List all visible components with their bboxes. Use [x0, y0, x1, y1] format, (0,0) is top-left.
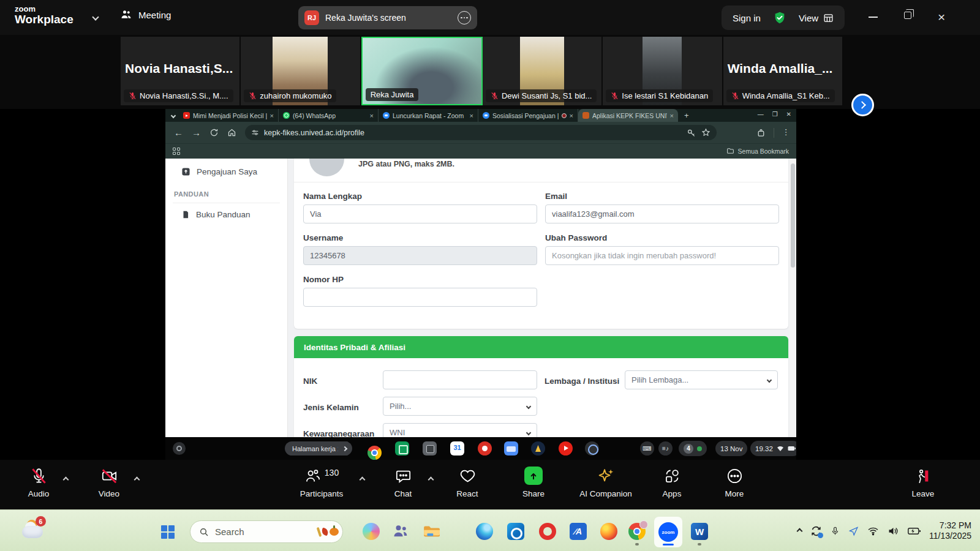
tab-close-icon[interactable]: × [570, 112, 573, 119]
ai-companion-button[interactable]: AI Companion [569, 467, 643, 498]
chrome-taskbar-icon[interactable] [628, 523, 646, 540]
brand-chevron-down-icon[interactable] [92, 13, 99, 20]
new-tab-button[interactable]: + [684, 111, 689, 120]
react-button[interactable]: React [444, 467, 491, 498]
ministry-app-icon[interactable] [531, 441, 545, 455]
word-icon[interactable]: W [691, 523, 708, 540]
close-icon[interactable]: ✕ [786, 111, 791, 118]
scrollbar-thumb[interactable] [791, 163, 795, 268]
nik-input[interactable] [383, 370, 537, 389]
audio-options-chevron-icon[interactable] [64, 473, 68, 484]
leave-button[interactable]: Leave [900, 467, 946, 498]
browser-tab-kepk-active[interactable]: Aplikasi KEPK FIKES UNIVE × [578, 109, 678, 122]
chat-button[interactable]: Chat [380, 467, 426, 498]
sign-in-button[interactable]: Sign in [733, 13, 761, 23]
restore-icon[interactable]: ❐ [772, 111, 778, 118]
shelf-date[interactable]: 13 Nov [715, 441, 747, 456]
firefox-icon[interactable] [600, 523, 617, 540]
bookmark-star-icon[interactable] [701, 128, 710, 137]
teams-icon[interactable] [392, 523, 409, 540]
email-input[interactable] [545, 204, 779, 223]
participant-tile-dewi[interactable]: Dewi Susanti Js, S1 bid... [483, 37, 603, 105]
tab-close-icon[interactable]: × [270, 112, 274, 119]
username-input[interactable] [303, 246, 537, 265]
minimize-icon[interactable]: — [758, 111, 764, 118]
copilot-icon[interactable] [363, 523, 380, 540]
nomor-hp-input[interactable] [303, 288, 537, 307]
notification-counter[interactable]: 4 [679, 441, 707, 456]
extensions-icon[interactable] [756, 127, 766, 138]
settings-gear-icon[interactable] [585, 441, 599, 455]
share-options-icon[interactable] [458, 11, 471, 24]
wifi-icon[interactable] [867, 527, 879, 536]
close-window-button[interactable]: × [938, 10, 945, 24]
reload-icon[interactable] [209, 128, 219, 137]
workspace-next-icon[interactable] [338, 441, 352, 455]
classroom-icon[interactable] [395, 441, 409, 455]
launcher-icon[interactable] [173, 442, 186, 455]
virtual-keyboard-icon[interactable]: ⌨ [640, 441, 654, 455]
media-playlist-icon[interactable]: ≡♪ [658, 441, 673, 455]
tab-close-icon[interactable]: × [370, 112, 374, 119]
tray-chevron-up-icon[interactable] [797, 528, 803, 534]
back-icon[interactable]: ← [174, 127, 183, 138]
participant-tile-zuhairoh[interactable]: zuhairoh mukomuko [241, 37, 361, 105]
apps-grid-icon[interactable] [173, 148, 180, 155]
page-scrollbar[interactable] [790, 159, 796, 437]
taskbar-search[interactable]: Search [190, 520, 343, 543]
edge-icon[interactable] [476, 523, 493, 540]
shelf-status-area[interactable]: 19.32 [750, 441, 796, 456]
calendar-icon[interactable] [450, 441, 464, 455]
play-app-icon[interactable] [478, 441, 492, 455]
participants-chevron-icon[interactable] [360, 473, 364, 484]
nama-lengkap-input[interactable] [303, 204, 537, 223]
participant-tile-ise[interactable]: Ise lestari S1 Kebidanan [603, 37, 723, 105]
apps-button[interactable]: Apps [649, 467, 695, 498]
screenshot-tool-icon[interactable] [423, 441, 437, 455]
browser-tab-whatsapp[interactable]: (64) WhatsApp × [279, 109, 379, 122]
view-button[interactable]: View [799, 13, 834, 23]
taskbar-clock[interactable]: 7:32 PM 11/13/2025 [929, 520, 971, 541]
site-settings-icon[interactable] [251, 129, 259, 137]
tab-close-icon[interactable]: × [670, 112, 674, 119]
browser-tab-zoom[interactable]: Luncurkan Rapat - Zoom × [379, 109, 478, 122]
jenis-kelamin-select[interactable]: Pilih... [383, 397, 537, 416]
screen-share-indicator[interactable]: RJ Reka Juwita's screen [298, 6, 477, 29]
ia-app-icon[interactable]: ∕A [570, 523, 587, 540]
video-options-chevron-icon[interactable] [135, 473, 139, 484]
participants-button[interactable]: 130 Participants [285, 467, 358, 498]
mic-in-use-icon[interactable] [831, 526, 840, 536]
chrome-icon[interactable] [368, 446, 382, 460]
update-sync-icon[interactable] [810, 525, 822, 537]
share-button[interactable]: Share [510, 467, 557, 498]
forward-icon[interactable]: → [192, 127, 201, 138]
home-icon[interactable] [227, 128, 236, 137]
ubah-password-input[interactable] [545, 246, 779, 265]
address-bar[interactable]: kepk-fikes.unived.ac.id/profile [245, 125, 717, 140]
zoom-app-active[interactable]: zoom [654, 517, 682, 547]
location-in-use-icon[interactable] [848, 526, 859, 536]
battery-charging-icon[interactable] [908, 527, 921, 536]
kewarganegaraan-select[interactable]: WNI [383, 423, 537, 437]
sidebar-item-pengajuan-saya[interactable]: Pengajuan Saya [165, 159, 287, 182]
files-icon[interactable] [504, 441, 518, 455]
tab-close-icon[interactable]: × [470, 112, 473, 119]
participant-tile-winda[interactable]: Winda Amallia_... Winda Amallia_S1 Keb..… [723, 37, 843, 105]
participant-tile-novia[interactable]: Novia Hanasti,S... Novia Hanasti,S.Si., … [121, 37, 241, 105]
weather-widget[interactable]: 6 [22, 519, 54, 543]
tab-meeting[interactable]: Meeting [120, 9, 171, 21]
passwords-key-icon[interactable] [687, 128, 696, 138]
browser-tab-sosialisasi[interactable]: Sosialisasi Pengajuan | × [478, 109, 578, 122]
restore-window-button[interactable] [904, 12, 911, 19]
all-bookmarks-button[interactable]: Semua Bookmark [726, 147, 789, 155]
browser-menu-icon[interactable]: ⋯ [782, 129, 791, 137]
outlook-icon[interactable] [507, 523, 524, 540]
lembaga-select[interactable]: Pilih Lembaga... [625, 370, 778, 389]
participant-tile-reka-active-speaker[interactable]: Reka Juwita [361, 37, 483, 105]
profile-avatar[interactable] [309, 159, 344, 176]
opera-icon[interactable] [539, 523, 556, 540]
next-participants-page-button[interactable] [851, 94, 874, 116]
start-button[interactable] [161, 525, 175, 539]
sidebar-item-buku-panduan[interactable]: Buku Panduan [165, 204, 287, 225]
chat-chevron-icon[interactable] [429, 473, 433, 484]
